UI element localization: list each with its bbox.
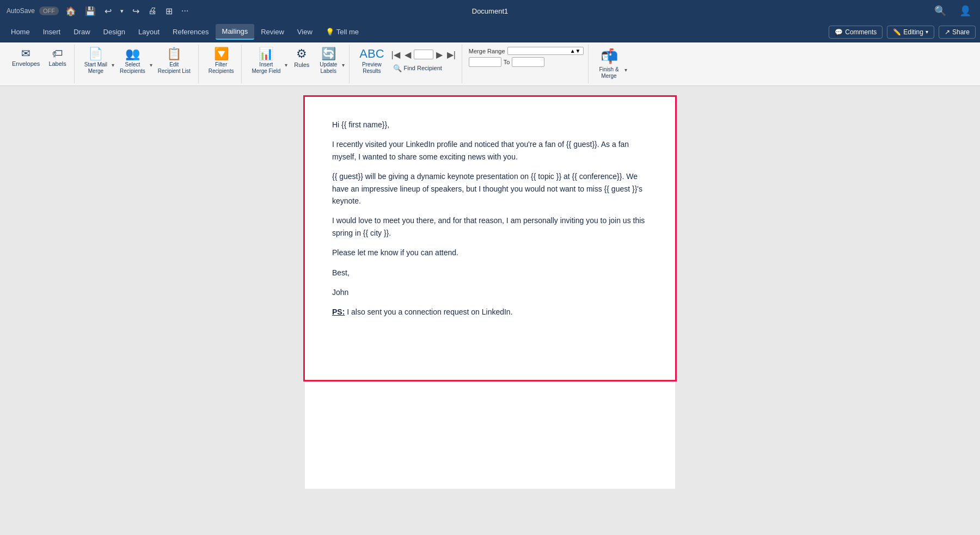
paragraph-4: Please let me know if you can attend. xyxy=(332,247,648,259)
rules-btn[interactable]: ⚙ Rules xyxy=(290,46,314,70)
ribbon-group-preview: ABC PreviewResults |◀ ◀ ▶ ▶| 🔍 Find Reci… xyxy=(352,45,462,83)
document-page-1[interactable]: Hi {{ first name}}, I recently visited y… xyxy=(305,97,675,380)
first-record-btn[interactable]: |◀ xyxy=(390,50,402,60)
start-mail-merge-dropdown[interactable]: ▾ xyxy=(112,62,114,68)
update-labels-icon: 🔄 xyxy=(321,48,336,60)
ribbon-group-insert-merge: 📊 InsertMerge Field ▾ ⚙ Rules 🔄 UpdateLa… xyxy=(244,45,350,83)
insert-merge-field-dropdown[interactable]: ▾ xyxy=(285,62,287,68)
people-btn[interactable]: 👤 xyxy=(957,4,973,18)
insert-merge-field-btn[interactable]: 📊 InsertMerge Field xyxy=(248,46,284,77)
main-content: Hi {{ first name}}, I recently visited y… xyxy=(0,86,980,534)
menu-item-references[interactable]: References xyxy=(166,24,215,39)
autosave-toggle[interactable]: OFF xyxy=(39,7,59,15)
nav-arrows: |◀ ◀ ▶ ▶| xyxy=(390,50,457,60)
menu-item-layout[interactable]: Layout xyxy=(132,24,166,39)
menu-item-home[interactable]: Home xyxy=(4,24,36,39)
closing: Best, xyxy=(332,267,648,279)
finish-merge-btn[interactable]: 📬 Finish &Merge xyxy=(595,46,623,82)
title-bar: AutoSave OFF 🏠 💾 ↩ ▾ ↪ 🖨 ⊞ ··· Document1… xyxy=(0,0,980,22)
menu-bar: Home Insert Draw Design Layout Reference… xyxy=(0,22,980,42)
last-record-btn[interactable]: ▶| xyxy=(445,50,457,60)
home-icon-btn[interactable]: 🏠 xyxy=(63,5,78,17)
prev-record-btn[interactable]: ◀ xyxy=(403,50,413,60)
update-labels-btn[interactable]: 🔄 UpdateLabels xyxy=(316,46,341,77)
autosave-label: AutoSave xyxy=(7,7,35,15)
ribbon-group-finish-merge: 📬 Finish &Merge ▾ xyxy=(591,45,632,83)
menu-item-design[interactable]: Design xyxy=(97,24,132,39)
to-label: To xyxy=(504,59,510,65)
document-title: Document1 xyxy=(472,7,508,15)
menu-item-insert[interactable]: Insert xyxy=(36,24,68,39)
next-record-btn[interactable]: ▶ xyxy=(434,50,444,60)
find-recipient-btn[interactable]: 🔍 Find Recipient xyxy=(390,62,457,75)
print-btn[interactable]: 🖨 xyxy=(146,5,159,17)
ps-paragraph: PS: I also sent you a connection request… xyxy=(332,306,648,318)
menu-item-view[interactable]: View xyxy=(291,24,319,39)
mail-merge-icon: 📄 xyxy=(88,48,103,60)
update-labels-dropdown[interactable]: ▾ xyxy=(342,62,345,68)
filter-recipients-btn[interactable]: 🔽 FilterRecipients xyxy=(205,46,237,77)
share-button[interactable]: ↗ Share xyxy=(939,26,976,39)
undo-dropdown-btn[interactable]: ▾ xyxy=(118,7,126,16)
more-btn[interactable]: ··· xyxy=(179,5,191,17)
ribbon-group-merge-range: Merge Range ▲▼ To xyxy=(464,45,589,83)
custom-toolbar-btn[interactable]: ⊞ xyxy=(163,5,175,17)
paragraph-2: {{ guest}} will be giving a dynamic keyn… xyxy=(332,170,648,207)
finish-merge-dropdown[interactable]: ▾ xyxy=(624,67,627,73)
label-icon: 🏷 xyxy=(52,48,63,59)
preview-results-btn[interactable]: ABC PreviewResults xyxy=(356,46,387,77)
comments-button[interactable]: 💬 Comments xyxy=(829,26,883,39)
paragraph-1: I recently visited your LinkedIn profile… xyxy=(332,138,648,163)
select-recipients-dropdown[interactable]: ▾ xyxy=(150,62,152,68)
menu-item-review[interactable]: Review xyxy=(254,24,291,39)
ps-label: PS: xyxy=(332,308,345,316)
comment-icon: 💬 xyxy=(835,28,843,36)
merge-to-input[interactable] xyxy=(512,57,544,67)
greeting-paragraph: Hi {{ first name}}, xyxy=(332,119,648,131)
merge-from-input[interactable] xyxy=(469,57,501,67)
undo-btn[interactable]: ↩ xyxy=(102,5,114,17)
title-bar-left: AutoSave OFF 🏠 💾 ↩ ▾ ↪ 🖨 ⊞ ··· xyxy=(7,5,324,17)
pencil-icon: ✏️ xyxy=(893,28,901,36)
ribbon: ✉ Envelopes 🏷 Labels 📄 Start MailMerge ▾… xyxy=(0,42,980,86)
edit-list-icon: 📋 xyxy=(167,48,181,60)
lightbulb-icon: 💡 xyxy=(326,28,334,36)
menu-bar-right: 💬 Comments ✏️ Editing ▾ ↗ Share xyxy=(829,26,976,39)
merge-range-row: To xyxy=(469,57,584,67)
preview-icon: ABC xyxy=(359,48,384,60)
document-container: Hi {{ first name}}, I recently visited y… xyxy=(305,97,675,523)
ribbon-group-envelopes-labels: ✉ Envelopes 🏷 Labels xyxy=(4,45,75,83)
edit-recipient-list-btn[interactable]: 📋 EditRecipient List xyxy=(155,46,194,77)
record-number-input[interactable] xyxy=(414,50,433,59)
labels-btn[interactable]: 🏷 Labels xyxy=(45,46,69,69)
find-icon: 🔍 xyxy=(393,64,402,72)
document-page-2 xyxy=(305,380,675,489)
ps-text: I also sent you a connection request on … xyxy=(345,308,512,316)
title-bar-center: Document1 xyxy=(331,7,649,15)
envelopes-btn[interactable]: ✉ Envelopes xyxy=(9,46,43,69)
select-recipients-btn[interactable]: 👥 SelectRecipients xyxy=(117,46,149,77)
ribbon-group-start-mail-merge: 📄 Start MailMerge ▾ 👥 SelectRecipients ▾… xyxy=(77,45,199,83)
paragraph-3: I would love to meet you there, and for … xyxy=(332,214,648,239)
editing-dropdown-icon: ▾ xyxy=(926,29,928,35)
menu-item-tell-me[interactable]: 💡 Tell me xyxy=(319,24,365,39)
editing-button[interactable]: ✏️ Editing ▾ xyxy=(887,26,934,39)
author-name: John xyxy=(332,286,648,298)
rules-icon: ⚙ xyxy=(296,48,307,60)
start-mail-merge-btn[interactable]: 📄 Start MailMerge xyxy=(81,46,111,77)
envelope-icon: ✉ xyxy=(21,48,30,59)
menu-item-mailings[interactable]: Mailings xyxy=(216,24,255,40)
filter-icon: 🔽 xyxy=(214,48,229,60)
title-bar-right: 🔍 👤 xyxy=(656,4,973,18)
merge-range-label: Merge Range xyxy=(469,48,505,54)
merge-range-dropdown-icon: ▲▼ xyxy=(570,48,581,54)
menu-item-draw[interactable]: Draw xyxy=(67,24,96,39)
merge-range-select[interactable]: ▲▼ xyxy=(507,47,584,55)
save-icon-btn[interactable]: 💾 xyxy=(83,5,98,17)
merge-field-icon: 📊 xyxy=(259,48,273,60)
share-icon: ↗ xyxy=(945,28,950,36)
finish-merge-icon: 📬 xyxy=(601,48,618,65)
select-recipients-icon: 👥 xyxy=(125,48,140,60)
redo-btn[interactable]: ↪ xyxy=(130,5,142,17)
search-btn[interactable]: 🔍 xyxy=(932,4,948,18)
